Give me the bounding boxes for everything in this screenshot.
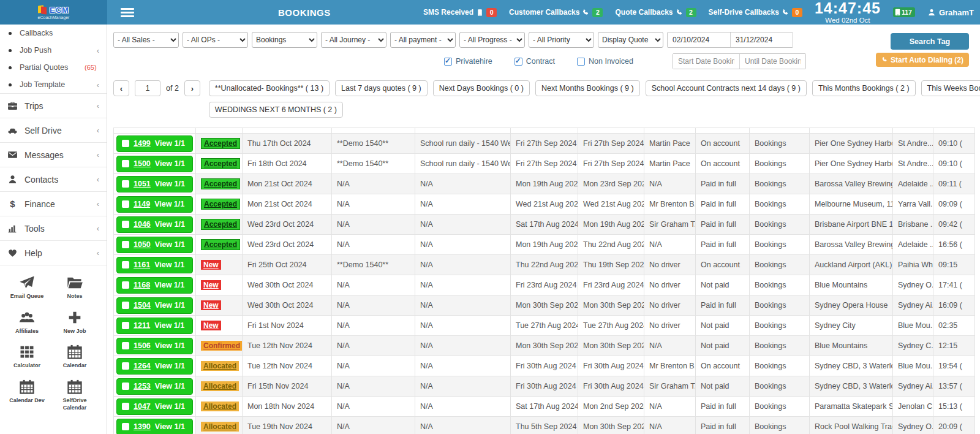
- row-checkbox[interactable]: [122, 200, 129, 208]
- booking-id-button[interactable]: 1506 View 1/1: [116, 338, 193, 354]
- booking-id-button[interactable]: 1050 View 1/1: [116, 237, 193, 253]
- callback-stat[interactable]: Self-Drive Callbacks 0: [709, 8, 802, 17]
- row-checkbox[interactable]: [122, 302, 129, 309]
- booking-id-link[interactable]: 1050: [134, 240, 151, 249]
- sidebar-shortcut[interactable]: Calculator: [9, 343, 45, 370]
- sidebar-group-item[interactable]: Tools: [0, 216, 107, 240]
- date-from-input[interactable]: [668, 32, 730, 47]
- row-checkbox[interactable]: [122, 241, 129, 248]
- status-badge[interactable]: Confirmed: [201, 341, 243, 351]
- booking-id-link[interactable]: 1506: [134, 341, 151, 350]
- sidebar-group-item[interactable]: Help: [0, 240, 107, 265]
- view-label[interactable]: View 1/1: [155, 139, 185, 148]
- sidebar-group-item[interactable]: $ Finance: [0, 191, 107, 216]
- booking-id-button[interactable]: 1161 View 1/1: [116, 257, 193, 273]
- status-badge[interactable]: Accepted: [201, 219, 240, 230]
- sidebar-shortcut[interactable]: Calendar Dev: [9, 378, 45, 411]
- tag-filter-button[interactable]: **Unallocated- Bookings** ( 13 ): [209, 80, 330, 96]
- status-badge[interactable]: Allocated: [201, 361, 239, 371]
- tag-filter-button[interactable]: School Account Contracts next 14 days ( …: [646, 80, 807, 96]
- status-badge[interactable]: New: [201, 300, 221, 310]
- booking-id-button[interactable]: 1211 View 1/1: [116, 318, 193, 334]
- phone-count-badge[interactable]: 117: [893, 7, 915, 17]
- booking-id-button[interactable]: 1047 View 1/1: [116, 398, 193, 415]
- view-label[interactable]: View 1/1: [155, 402, 185, 411]
- filter-checkbox[interactable]: Non Invoiced: [577, 57, 633, 66]
- sidebar-shortcut[interactable]: SelfDrive Calendar: [56, 378, 93, 411]
- booking-id-link[interactable]: 1161: [134, 261, 150, 269]
- tag-filter-button[interactable]: WEDDINGS NEXT 6 MONTHS ( 2 ): [209, 102, 343, 118]
- callback-stat[interactable]: SMS Received 0: [423, 8, 497, 17]
- sidebar-sub-item[interactable]: Callbacks: [0, 25, 107, 42]
- row-checkbox[interactable]: [122, 140, 129, 147]
- row-checkbox[interactable]: [122, 423, 129, 430]
- filter-select[interactable]: - All OPs -: [183, 32, 248, 48]
- status-badge[interactable]: Accepted: [201, 158, 240, 169]
- sidebar-shortcut[interactable]: Email Queue: [9, 274, 45, 300]
- booking-id-button[interactable]: 1253 View 1/1: [116, 378, 193, 395]
- next-page-button[interactable]: [184, 80, 200, 96]
- row-checkbox[interactable]: [122, 221, 129, 228]
- booking-id-link[interactable]: 1168: [134, 281, 150, 289]
- filter-select[interactable]: Display Quote: [598, 32, 663, 48]
- booking-id-link[interactable]: 1390: [134, 422, 151, 431]
- row-checkbox[interactable]: [122, 342, 129, 349]
- row-checkbox[interactable]: [122, 261, 129, 268]
- callback-stat[interactable]: Quote Callbacks 2: [615, 8, 696, 17]
- view-label[interactable]: View 1/1: [155, 159, 185, 168]
- booking-id-button[interactable]: 1390 View 1/1: [116, 419, 193, 434]
- status-badge[interactable]: Allocated: [201, 381, 239, 391]
- checkbox-icon[interactable]: [514, 58, 522, 66]
- booking-id-button[interactable]: 1051 View 1/1: [116, 176, 193, 192]
- until-date-booker-input[interactable]: [739, 54, 805, 69]
- filter-checkbox[interactable]: Contract: [514, 57, 555, 66]
- sidebar-group-item[interactable]: Self Drive: [0, 118, 107, 142]
- start-date-booker-input[interactable]: [673, 54, 739, 69]
- sidebar-shortcut[interactable]: Affiliates: [9, 309, 45, 335]
- row-checkbox[interactable]: [122, 383, 129, 390]
- sidebar-sub-item[interactable]: Job Template: [0, 76, 107, 93]
- sidebar-group-item[interactable]: Trips: [0, 93, 107, 118]
- filter-checkbox[interactable]: Privatehire: [444, 57, 492, 66]
- view-label[interactable]: View 1/1: [154, 281, 184, 289]
- sidebar-group-item[interactable]: Messages: [0, 142, 107, 167]
- start-auto-dialing-button[interactable]: Start Auto Dialing (2): [876, 53, 969, 67]
- booking-id-button[interactable]: 1500 View 1/1: [116, 156, 193, 172]
- filter-select[interactable]: - All Journey -: [321, 32, 386, 48]
- page-number-input[interactable]: [135, 80, 160, 96]
- view-label[interactable]: View 1/1: [155, 240, 185, 249]
- booking-id-link[interactable]: 1264: [134, 362, 151, 370]
- tag-filter-button[interactable]: This Months Bookings ( 2 ): [812, 80, 916, 96]
- view-label[interactable]: View 1/1: [155, 362, 185, 370]
- status-badge[interactable]: Accepted: [201, 138, 240, 149]
- booking-id-link[interactable]: 1253: [134, 382, 151, 390]
- tag-filter-button[interactable]: Next Months Bookings ( 9 ): [535, 80, 640, 96]
- status-badge[interactable]: Allocated: [201, 422, 239, 432]
- row-checkbox[interactable]: [122, 180, 129, 188]
- menu-hamburger-icon[interactable]: [121, 6, 134, 19]
- view-label[interactable]: View 1/1: [154, 200, 184, 208]
- status-badge[interactable]: Accepted: [201, 199, 240, 210]
- date-to-input[interactable]: [730, 32, 793, 47]
- status-badge[interactable]: Accepted: [201, 178, 240, 189]
- booking-id-button[interactable]: 1499 View 1/1: [116, 135, 193, 152]
- filter-select[interactable]: - All Progress -: [459, 32, 525, 48]
- user-menu[interactable]: GrahamT: [927, 8, 974, 17]
- view-label[interactable]: View 1/1: [154, 261, 184, 269]
- status-badge[interactable]: Allocated: [201, 402, 239, 411]
- view-label[interactable]: View 1/1: [155, 301, 185, 310]
- tag-filter-button[interactable]: Last 7 days quotes ( 9 ): [335, 80, 428, 96]
- booking-id-button[interactable]: 1504 View 1/1: [116, 297, 193, 314]
- row-checkbox[interactable]: [122, 322, 129, 329]
- tag-filter-button[interactable]: This Weeks Bookings ( 7 ): [921, 80, 980, 96]
- prev-page-button[interactable]: [113, 80, 129, 96]
- sidebar-shortcut[interactable]: New Job: [56, 309, 93, 335]
- booking-id-link[interactable]: 1504: [134, 301, 151, 310]
- sidebar-sub-item[interactable]: Job Push: [0, 42, 107, 59]
- booking-id-link[interactable]: 1211: [134, 321, 150, 330]
- filter-select[interactable]: - All Priority: [529, 32, 594, 48]
- view-label[interactable]: View 1/1: [155, 180, 185, 188]
- row-checkbox[interactable]: [122, 403, 129, 410]
- view-label[interactable]: View 1/1: [155, 220, 185, 229]
- booking-id-link[interactable]: 1047: [134, 402, 151, 411]
